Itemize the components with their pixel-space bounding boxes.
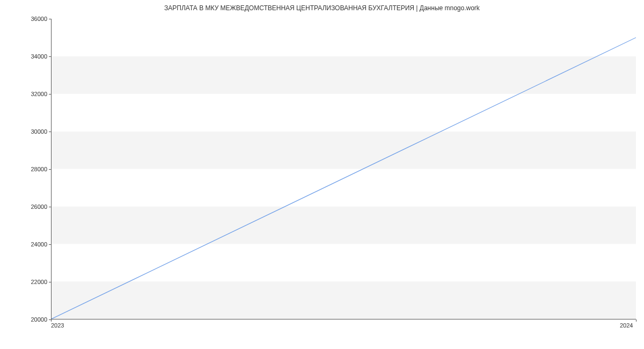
- plot-area: [51, 19, 636, 319]
- chart-title: ЗАРПЛАТА В МКУ МЕЖВЕДОМСТВЕННАЯ ЦЕНТРАЛИ…: [0, 4, 644, 12]
- y-tick-label: 24000: [31, 241, 47, 248]
- x-tick-label: 2024: [620, 322, 633, 329]
- y-tick-label: 28000: [31, 166, 47, 172]
- line-series: [52, 19, 636, 319]
- svg-rect-6: [52, 56, 636, 94]
- y-tick-label: 20000: [31, 316, 47, 323]
- y-tick-label: 26000: [31, 203, 47, 210]
- y-tick-label: 34000: [31, 53, 47, 60]
- svg-rect-5: [52, 94, 636, 132]
- y-tick-label: 22000: [31, 279, 47, 285]
- y-tick-label: 30000: [31, 128, 47, 135]
- svg-rect-4: [52, 132, 636, 169]
- svg-rect-0: [52, 281, 636, 319]
- svg-rect-1: [52, 244, 636, 281]
- y-tick-label: 36000: [31, 16, 47, 22]
- svg-rect-2: [52, 206, 636, 244]
- y-tick-label: 32000: [31, 91, 47, 97]
- svg-rect-3: [52, 169, 636, 207]
- x-tick-label: 2023: [51, 322, 64, 329]
- svg-rect-7: [52, 19, 636, 56]
